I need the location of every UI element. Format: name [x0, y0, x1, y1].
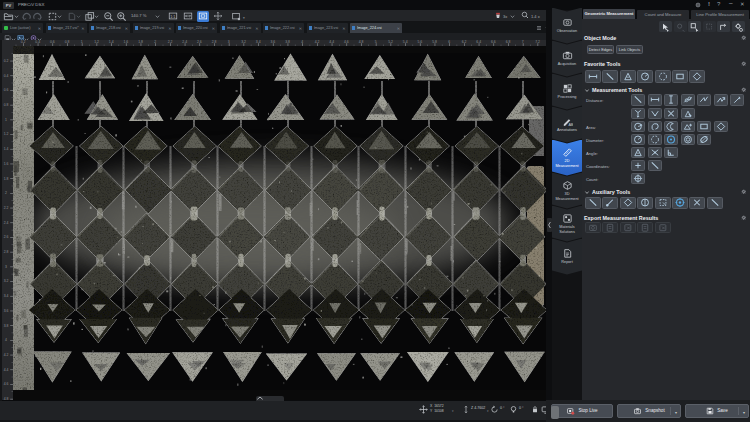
svg-text:2.6: 2.6	[197, 40, 202, 44]
svg-text:2: 2	[5, 191, 7, 195]
svg-text:4.4: 4.4	[4, 368, 9, 372]
svg-text:3: 3	[228, 40, 230, 44]
svg-text:1: 1	[5, 118, 7, 122]
svg-text:4.4: 4.4	[329, 40, 334, 44]
svg-text:3.6: 3.6	[4, 309, 9, 313]
svg-text:4: 4	[301, 40, 303, 44]
svg-text:5.8: 5.8	[432, 40, 437, 44]
svg-text:6.4: 6.4	[476, 40, 481, 44]
svg-text:2.8: 2.8	[4, 250, 9, 254]
svg-text:7.2: 7.2	[535, 40, 540, 44]
svg-text:1.2: 1.2	[94, 40, 99, 44]
svg-text:1: 1	[81, 40, 83, 44]
svg-text:6.6: 6.6	[491, 40, 496, 44]
svg-text:2: 2	[154, 40, 156, 44]
svg-text:0.6: 0.6	[4, 88, 9, 92]
svg-text:4.2: 4.2	[315, 40, 320, 44]
svg-text:ABC: ABC	[568, 123, 573, 127]
svg-text:1.6: 1.6	[124, 40, 129, 44]
svg-text:0.2: 0.2	[21, 40, 26, 44]
svg-text:3.6: 3.6	[271, 40, 276, 44]
svg-text:5.4: 5.4	[403, 40, 408, 44]
svg-text:3.8: 3.8	[4, 324, 9, 328]
svg-text:0.2: 0.2	[4, 59, 9, 63]
svg-text:0.8: 0.8	[65, 40, 70, 44]
svg-text:1.4: 1.4	[109, 40, 114, 44]
svg-text:6: 6	[448, 40, 450, 44]
svg-text:0.4: 0.4	[35, 40, 40, 44]
svg-text:0.4: 0.4	[4, 74, 9, 78]
svg-text:2.6: 2.6	[4, 235, 9, 239]
svg-text:2.2: 2.2	[168, 40, 173, 44]
svg-text:3: 3	[5, 265, 7, 269]
svg-text:5.6: 5.6	[418, 40, 423, 44]
svg-text:2.4: 2.4	[182, 40, 187, 44]
svg-text:1.4: 1.4	[4, 147, 9, 151]
svg-text:1:1: 1:1	[170, 15, 175, 19]
svg-text:1.2: 1.2	[4, 132, 9, 136]
svg-text:6.8: 6.8	[506, 40, 511, 44]
svg-text:3.2: 3.2	[241, 40, 246, 44]
svg-text:3.8: 3.8	[285, 40, 290, 44]
svg-text:1.8: 1.8	[4, 177, 9, 181]
svg-text:3.2: 3.2	[4, 279, 9, 283]
svg-text:3.4: 3.4	[4, 294, 9, 298]
svg-text:1.8: 1.8	[138, 40, 143, 44]
svg-text:4.2: 4.2	[4, 353, 9, 357]
svg-text:5: 5	[375, 40, 377, 44]
svg-text:4.6: 4.6	[344, 40, 349, 44]
svg-text:4: 4	[5, 338, 7, 342]
svg-text:4.6: 4.6	[4, 382, 9, 386]
svg-text:5.2: 5.2	[388, 40, 393, 44]
svg-text:0.8: 0.8	[4, 103, 9, 107]
svg-text:3.4: 3.4	[256, 40, 261, 44]
svg-text:1.6: 1.6	[4, 162, 9, 166]
svg-text:2.4: 2.4	[4, 221, 9, 225]
svg-text:0.6: 0.6	[50, 40, 55, 44]
svg-text:7: 7	[522, 40, 524, 44]
svg-text:4.8: 4.8	[359, 40, 364, 44]
svg-text:6.2: 6.2	[462, 40, 467, 44]
svg-text:2.8: 2.8	[212, 40, 217, 44]
svg-text:2.2: 2.2	[4, 206, 9, 210]
